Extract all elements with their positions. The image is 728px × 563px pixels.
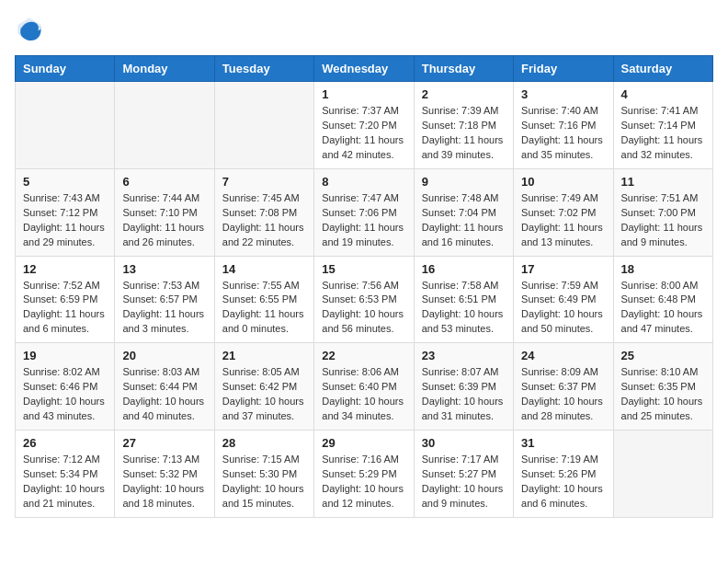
day-cell: 17Sunrise: 7:59 AM Sunset: 6:49 PM Dayli… [514,256,613,343]
day-number: 4 [621,87,705,101]
day-cell: 16Sunrise: 7:58 AM Sunset: 6:51 PM Dayli… [414,256,513,343]
week-row-5: 26Sunrise: 7:12 AM Sunset: 5:34 PM Dayli… [16,431,713,518]
day-info: Sunrise: 8:07 AM Sunset: 6:39 PM Dayligh… [422,365,506,424]
day-info: Sunrise: 7:53 AM Sunset: 6:57 PM Dayligh… [122,279,206,338]
week-row-3: 12Sunrise: 7:52 AM Sunset: 6:59 PM Dayli… [16,256,713,343]
day-info: Sunrise: 7:39 AM Sunset: 7:18 PM Dayligh… [422,104,506,163]
day-cell: 5Sunrise: 7:43 AM Sunset: 7:12 PM Daylig… [16,168,115,256]
day-cell [214,82,313,169]
day-cell: 20Sunrise: 8:03 AM Sunset: 6:44 PM Dayli… [115,343,214,431]
day-info: Sunrise: 7:15 AM Sunset: 5:30 PM Dayligh… [222,453,306,511]
day-info: Sunrise: 7:41 AM Sunset: 7:14 PM Dayligh… [621,104,705,163]
day-info: Sunrise: 7:37 AM Sunset: 7:20 PM Dayligh… [322,104,405,163]
day-cell [613,431,712,518]
day-cell: 22Sunrise: 8:06 AM Sunset: 6:40 PM Dayli… [314,343,414,431]
logo [15,15,48,44]
day-info: Sunrise: 7:55 AM Sunset: 6:55 PM Dayligh… [222,279,306,338]
day-number: 27 [122,436,206,450]
day-number: 6 [122,175,206,189]
day-cell: 13Sunrise: 7:53 AM Sunset: 6:57 PM Dayli… [115,256,214,343]
day-info: Sunrise: 8:09 AM Sunset: 6:37 PM Dayligh… [521,365,605,424]
day-info: Sunrise: 7:13 AM Sunset: 5:32 PM Dayligh… [122,453,206,511]
day-number: 18 [621,262,705,276]
day-number: 9 [422,175,506,189]
day-cell: 12Sunrise: 7:52 AM Sunset: 6:59 PM Dayli… [16,256,115,343]
day-cell: 3Sunrise: 7:40 AM Sunset: 7:16 PM Daylig… [514,82,613,169]
day-number: 10 [521,175,605,189]
day-cell: 6Sunrise: 7:44 AM Sunset: 7:10 PM Daylig… [115,168,214,256]
week-row-2: 5Sunrise: 7:43 AM Sunset: 7:12 PM Daylig… [16,168,713,256]
day-info: Sunrise: 7:59 AM Sunset: 6:49 PM Dayligh… [521,279,605,338]
day-number: 7 [222,175,306,189]
day-cell: 18Sunrise: 8:00 AM Sunset: 6:48 PM Dayli… [613,256,712,343]
day-info: Sunrise: 7:49 AM Sunset: 7:02 PM Dayligh… [521,191,605,250]
week-row-4: 19Sunrise: 8:02 AM Sunset: 6:46 PM Dayli… [16,343,713,431]
day-info: Sunrise: 7:48 AM Sunset: 7:04 PM Dayligh… [422,191,506,250]
weekday-header-sunday: Sunday [16,56,115,82]
day-number: 19 [23,349,107,362]
day-cell: 23Sunrise: 8:07 AM Sunset: 6:39 PM Dayli… [414,343,513,431]
day-cell: 4Sunrise: 7:41 AM Sunset: 7:14 PM Daylig… [613,82,712,169]
day-cell: 21Sunrise: 8:05 AM Sunset: 6:42 PM Dayli… [214,343,313,431]
day-cell: 7Sunrise: 7:45 AM Sunset: 7:08 PM Daylig… [214,168,313,256]
day-cell: 29Sunrise: 7:16 AM Sunset: 5:29 PM Dayli… [314,431,414,518]
day-cell [115,82,214,169]
day-number: 22 [322,349,405,362]
day-number: 15 [322,262,405,276]
day-info: Sunrise: 7:43 AM Sunset: 7:12 PM Dayligh… [23,191,107,250]
weekday-header-thursday: Thursday [414,56,513,82]
weekday-header-friday: Friday [514,56,613,82]
day-info: Sunrise: 7:47 AM Sunset: 7:06 PM Dayligh… [322,191,405,250]
day-info: Sunrise: 8:02 AM Sunset: 6:46 PM Dayligh… [23,365,107,424]
day-info: Sunrise: 7:45 AM Sunset: 7:08 PM Dayligh… [222,191,306,250]
day-cell: 31Sunrise: 7:19 AM Sunset: 5:26 PM Dayli… [514,431,613,518]
day-number: 8 [322,175,405,189]
weekday-header-row: SundayMondayTuesdayWednesdayThursdayFrid… [16,56,713,82]
day-number: 1 [322,87,405,101]
day-cell: 2Sunrise: 7:39 AM Sunset: 7:18 PM Daylig… [414,82,513,169]
day-info: Sunrise: 8:10 AM Sunset: 6:35 PM Dayligh… [621,365,705,424]
day-cell: 26Sunrise: 7:12 AM Sunset: 5:34 PM Dayli… [16,431,115,518]
page-header [15,15,713,44]
day-cell: 28Sunrise: 7:15 AM Sunset: 5:30 PM Dayli… [214,431,313,518]
week-row-1: 1Sunrise: 7:37 AM Sunset: 7:20 PM Daylig… [16,82,713,169]
day-info: Sunrise: 7:12 AM Sunset: 5:34 PM Dayligh… [23,453,107,511]
day-info: Sunrise: 7:17 AM Sunset: 5:27 PM Dayligh… [422,453,506,511]
day-number: 24 [521,349,605,362]
day-number: 5 [23,175,107,189]
day-number: 23 [422,349,506,362]
day-number: 12 [23,262,107,276]
day-info: Sunrise: 7:44 AM Sunset: 7:10 PM Dayligh… [122,191,206,250]
day-number: 3 [521,87,605,101]
day-number: 26 [23,436,107,450]
day-cell: 30Sunrise: 7:17 AM Sunset: 5:27 PM Dayli… [414,431,513,518]
day-number: 30 [422,436,506,450]
day-info: Sunrise: 7:52 AM Sunset: 6:59 PM Dayligh… [23,279,107,338]
day-info: Sunrise: 7:40 AM Sunset: 7:16 PM Dayligh… [521,104,605,163]
day-number: 21 [222,349,306,362]
day-cell [16,82,115,169]
day-info: Sunrise: 7:58 AM Sunset: 6:51 PM Dayligh… [422,279,506,338]
day-cell: 9Sunrise: 7:48 AM Sunset: 7:04 PM Daylig… [414,168,513,256]
weekday-header-monday: Monday [115,56,214,82]
day-number: 16 [422,262,506,276]
day-info: Sunrise: 7:51 AM Sunset: 7:00 PM Dayligh… [621,191,705,250]
day-number: 31 [521,436,605,450]
calendar-table: SundayMondayTuesdayWednesdayThursdayFrid… [15,55,713,518]
day-number: 28 [222,436,306,450]
day-cell: 11Sunrise: 7:51 AM Sunset: 7:00 PM Dayli… [613,168,712,256]
day-number: 25 [621,349,705,362]
day-cell: 27Sunrise: 7:13 AM Sunset: 5:32 PM Dayli… [115,431,214,518]
day-number: 17 [521,262,605,276]
day-cell: 1Sunrise: 7:37 AM Sunset: 7:20 PM Daylig… [314,82,414,169]
day-cell: 10Sunrise: 7:49 AM Sunset: 7:02 PM Dayli… [514,168,613,256]
day-info: Sunrise: 7:16 AM Sunset: 5:29 PM Dayligh… [322,453,405,511]
day-cell: 19Sunrise: 8:02 AM Sunset: 6:46 PM Dayli… [16,343,115,431]
day-cell: 24Sunrise: 8:09 AM Sunset: 6:37 PM Dayli… [514,343,613,431]
day-number: 11 [621,175,705,189]
day-cell: 15Sunrise: 7:56 AM Sunset: 6:53 PM Dayli… [314,256,414,343]
day-number: 20 [122,349,206,362]
day-cell: 25Sunrise: 8:10 AM Sunset: 6:35 PM Dayli… [613,343,712,431]
logo-icon [15,15,44,44]
day-number: 13 [122,262,206,276]
